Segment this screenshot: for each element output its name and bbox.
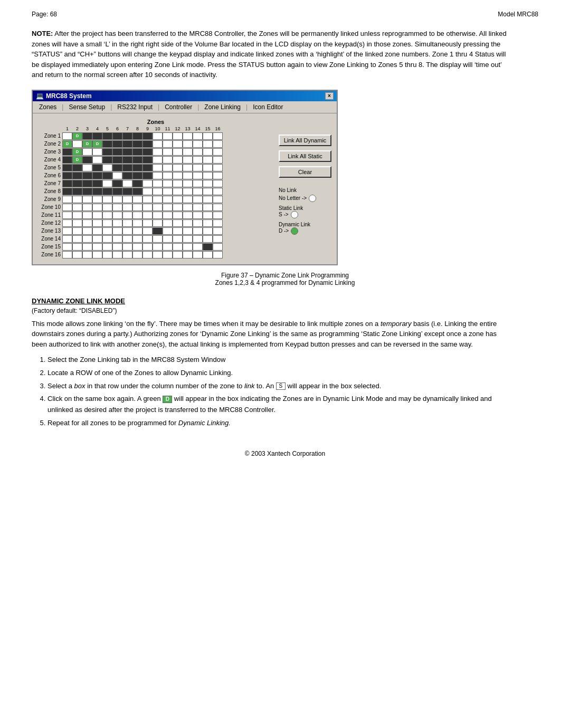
cell-z2-c13[interactable] — [183, 140, 193, 148]
cell-z6-c13[interactable] — [183, 172, 193, 179]
cell-z9-c8[interactable] — [132, 196, 142, 203]
cell-z4-c7[interactable] — [122, 156, 132, 164]
cell-z12-c1[interactable] — [62, 219, 72, 227]
cell-z3-c6[interactable] — [112, 148, 122, 156]
cell-z10-c4[interactable] — [92, 204, 102, 211]
cell-z2-c2[interactable] — [72, 140, 82, 148]
cell-z6-c10[interactable] — [153, 172, 163, 179]
cell-z16-c8[interactable] — [132, 251, 142, 258]
cell-z15-c16[interactable] — [213, 243, 223, 251]
cell-z7-c2[interactable] — [72, 180, 82, 187]
cell-z8-c15[interactable] — [203, 188, 213, 195]
cell-z4-c6[interactable] — [112, 156, 122, 164]
cell-z11-c5[interactable] — [102, 212, 112, 219]
cell-z10-c6[interactable] — [112, 204, 122, 211]
cell-z5-c2[interactable] — [72, 164, 82, 171]
cell-z13-c12[interactable] — [173, 227, 183, 235]
cell-z1-c2[interactable]: D — [72, 132, 82, 140]
cell-z1-c7[interactable] — [122, 132, 132, 140]
cell-z11-c11[interactable] — [163, 212, 173, 219]
cell-z9-c3[interactable] — [82, 196, 92, 203]
cell-z2-c9[interactable] — [142, 140, 153, 148]
cell-z16-c12[interactable] — [173, 251, 183, 258]
cell-z3-c11[interactable] — [163, 148, 173, 156]
cell-z11-c15[interactable] — [203, 212, 213, 219]
cell-z10-c10[interactable] — [153, 204, 163, 211]
cell-z1-c15[interactable] — [203, 132, 213, 140]
cell-z12-c16[interactable] — [213, 219, 223, 227]
cell-z3-c10[interactable] — [153, 148, 163, 156]
cell-z4-c4[interactable] — [92, 156, 102, 164]
cell-z11-c4[interactable] — [92, 212, 102, 219]
cell-z5-c6[interactable] — [112, 164, 122, 171]
cell-z16-c3[interactable] — [82, 251, 92, 258]
cell-z8-c10[interactable] — [153, 188, 163, 195]
cell-z5-c10[interactable] — [153, 164, 163, 171]
cell-z13-c1[interactable] — [62, 227, 72, 235]
cell-z5-c1[interactable] — [62, 164, 72, 171]
cell-z4-c8[interactable] — [132, 156, 142, 164]
cell-z1-c6[interactable] — [112, 132, 122, 140]
cell-z13-c3[interactable] — [82, 227, 92, 235]
cell-z10-c2[interactable] — [72, 204, 82, 211]
cell-z6-c6[interactable] — [112, 172, 122, 179]
cell-z14-c13[interactable] — [183, 235, 193, 243]
cell-z9-c15[interactable] — [203, 196, 213, 203]
cell-z13-c15[interactable] — [203, 227, 213, 235]
cell-z16-c5[interactable] — [102, 251, 112, 258]
cell-z11-c14[interactable] — [193, 212, 203, 219]
cell-z3-c2[interactable]: D — [72, 148, 82, 156]
cell-z9-c6[interactable] — [112, 196, 122, 203]
menu-sense-setup[interactable]: Sense Setup — [64, 102, 109, 112]
cell-z3-c7[interactable] — [122, 148, 132, 156]
cell-z12-c10[interactable] — [153, 219, 163, 227]
cell-z4-c2[interactable]: D — [72, 156, 82, 164]
cell-z12-c3[interactable] — [82, 219, 92, 227]
cell-z10-c3[interactable] — [82, 204, 92, 211]
cell-z14-c6[interactable] — [112, 235, 122, 243]
cell-z14-c3[interactable] — [82, 235, 92, 243]
cell-z6-c3[interactable] — [82, 172, 92, 179]
cell-z7-c8[interactable] — [132, 180, 142, 187]
cell-z7-c9[interactable] — [142, 180, 153, 187]
cell-z9-c13[interactable] — [183, 196, 193, 203]
cell-z9-c4[interactable] — [92, 196, 102, 203]
cell-z15-c12[interactable] — [173, 243, 183, 251]
cell-z3-c8[interactable] — [132, 148, 142, 156]
cell-z8-c2[interactable] — [72, 188, 82, 195]
cell-z12-c15[interactable] — [203, 219, 213, 227]
cell-z6-c11[interactable] — [163, 172, 173, 179]
cell-z7-c13[interactable] — [183, 180, 193, 187]
cell-z7-c16[interactable] — [213, 180, 223, 187]
cell-z4-c5[interactable] — [102, 156, 112, 164]
cell-z2-c3[interactable]: D — [82, 140, 92, 148]
cell-z2-c6[interactable] — [112, 140, 122, 148]
cell-z12-c4[interactable] — [92, 219, 102, 227]
menu-icon-editor[interactable]: Icon Editor — [249, 102, 287, 112]
cell-z11-c3[interactable] — [82, 212, 92, 219]
window-close-button[interactable]: × — [325, 92, 334, 100]
cell-z5-c16[interactable] — [213, 164, 223, 171]
cell-z13-c10[interactable] — [153, 227, 163, 235]
cell-z5-c7[interactable] — [122, 164, 132, 171]
cell-z16-c9[interactable] — [142, 251, 153, 258]
cell-z13-c16[interactable] — [213, 227, 223, 235]
cell-z11-c12[interactable] — [173, 212, 183, 219]
cell-z11-c13[interactable] — [183, 212, 193, 219]
cell-z9-c7[interactable] — [122, 196, 132, 203]
cell-z1-c3[interactable] — [82, 132, 92, 140]
cell-z6-c5[interactable] — [102, 172, 112, 179]
cell-z13-c11[interactable] — [163, 227, 173, 235]
cell-z15-c9[interactable] — [142, 243, 153, 251]
cell-z2-c1[interactable]: D — [62, 140, 72, 148]
cell-z12-c12[interactable] — [173, 219, 183, 227]
cell-z14-c5[interactable] — [102, 235, 112, 243]
cell-z4-c13[interactable] — [183, 156, 193, 164]
cell-z8-c14[interactable] — [193, 188, 203, 195]
cell-z14-c15[interactable] — [203, 235, 213, 243]
cell-z15-c10[interactable] — [153, 243, 163, 251]
cell-z4-c9[interactable] — [142, 156, 153, 164]
cell-z9-c12[interactable] — [173, 196, 183, 203]
cell-z16-c16[interactable] — [213, 251, 223, 258]
cell-z13-c4[interactable] — [92, 227, 102, 235]
